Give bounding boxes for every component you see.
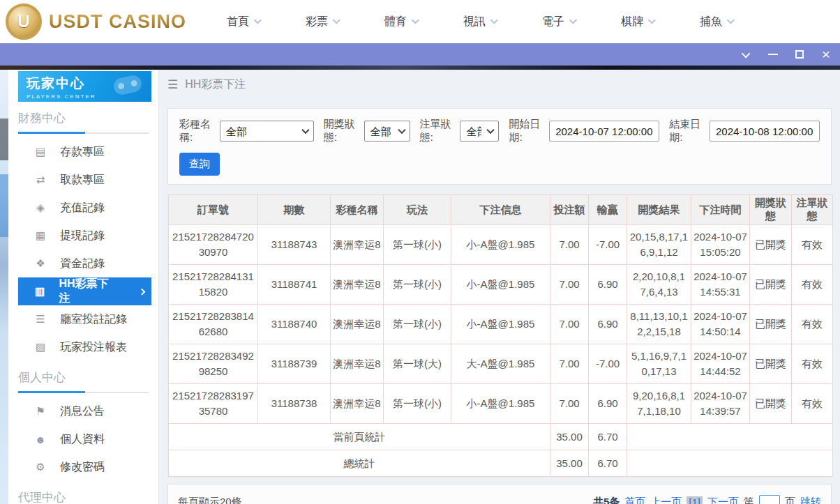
- sidebar-item[interactable]: ▦提現記錄: [18, 222, 151, 250]
- table-cell: 7.00: [550, 225, 589, 265]
- table-header-row: 訂單號期數彩種名稱玩法下注信息投注額輸贏開獎結果下注時間開獎狀態注單狀態: [169, 195, 833, 225]
- table-cell: 6.90: [589, 265, 627, 305]
- sidebar-item[interactable]: ☻個人資料: [18, 425, 151, 453]
- nav-item-7[interactable]: 捕魚: [700, 15, 734, 29]
- nav-item-label: 電子: [542, 15, 564, 29]
- jump-suffix-text: 页: [785, 496, 795, 504]
- order-status-select[interactable]: 全部: [460, 121, 499, 142]
- draw-status-select[interactable]: 全部: [364, 121, 410, 142]
- sidebar-item[interactable]: ▤存款專區: [18, 138, 151, 166]
- funds-record-icon: ❖: [33, 257, 47, 270]
- query-button[interactable]: 查詢: [179, 153, 220, 176]
- table-header-cell: 下注信息: [451, 195, 550, 225]
- sidebar-sections: 財務中心▤存款專區⇄取款專區◈充值記錄▦提現記錄❖資金記錄▥HH彩票下注☰廳室投…: [8, 110, 158, 504]
- sidebar-item[interactable]: ◈充值記錄: [18, 194, 151, 222]
- jump-prefix-text: 第: [744, 496, 754, 504]
- table-header-cell: 注單狀態: [792, 195, 833, 225]
- sidebar-item[interactable]: ▨玩家投注報表: [18, 333, 151, 361]
- nav-item-5[interactable]: 電子: [542, 15, 576, 29]
- first-page-link[interactable]: 首页: [624, 496, 645, 504]
- table-header-cell: 期數: [258, 195, 331, 225]
- table-cell: 第一球(小): [384, 265, 451, 305]
- table-cell: 2,20,10,8,17,6,4,13: [627, 265, 691, 305]
- table-header-cell: 玩法: [384, 195, 451, 225]
- logo-letter: U: [17, 12, 29, 31]
- nav-item-2[interactable]: 彩票: [306, 15, 340, 29]
- table-cell: 已開獎: [750, 384, 792, 424]
- table-cell: 31188739: [258, 344, 331, 384]
- table-cell: 31188743: [258, 225, 331, 265]
- table-cell: 小-A盤@1.985: [451, 265, 550, 305]
- total-count-text: 共5条: [593, 496, 620, 504]
- table-row: 215217282834929825031188739澳洲幸运8第一球(大)大-…: [169, 344, 833, 384]
- sidebar-item-label: 個人資料: [60, 432, 105, 447]
- table-header-cell: 開獎結果: [627, 195, 691, 225]
- window-titlebar: ×: [0, 43, 840, 66]
- sidebar-section-title-1: 財務中心: [18, 110, 149, 134]
- sidebar-item[interactable]: ☰廳室投註記錄: [18, 305, 151, 333]
- sidebar-item[interactable]: ⚑消息公告: [18, 397, 151, 425]
- table-cell: 5,1,16,9,7,10,17,13: [627, 344, 691, 384]
- nav-item-label: 彩票: [306, 15, 328, 29]
- table-cell: 澳洲幸运8: [331, 265, 384, 305]
- summary-bet-total: 35.00: [550, 450, 589, 477]
- nav-item-4[interactable]: 視訊: [463, 15, 497, 29]
- main-nav: 首頁彩票體育視訊電子棋牌捕魚: [227, 15, 734, 29]
- sidebar-item-label: 提現記錄: [60, 229, 105, 243]
- filter-panel: 彩種名稱: 全部 開獎狀態: 全部 注單狀態: 全部: [167, 108, 832, 185]
- nav-item-6[interactable]: 棋牌: [621, 15, 655, 29]
- lottery-name-select-wrap: 全部: [220, 121, 314, 142]
- table-header-cell: 下注時間: [691, 195, 750, 225]
- sidebar: 玩家中心 PLAYERS CENTER 財務中心▤存款專區⇄取款專區◈充值記錄▦…: [8, 70, 159, 504]
- chevron-down-icon[interactable]: [741, 49, 752, 60]
- page-title: HH彩票下注: [185, 77, 246, 92]
- start-date-input[interactable]: [549, 121, 659, 142]
- sidebar-header: 玩家中心 PLAYERS CENTER: [18, 71, 151, 102]
- table-cell: 2024-10-07 14:39:57: [691, 384, 750, 424]
- table-cell: 小-A盤@1.985: [451, 225, 550, 265]
- prev-page-link[interactable]: 上一页: [650, 496, 682, 504]
- sidebar-item[interactable]: ▥HH彩票下注: [18, 277, 151, 305]
- sidebar-item[interactable]: ⇄取款專區: [18, 166, 151, 194]
- jump-page-input[interactable]: [759, 495, 780, 504]
- nav-item-3[interactable]: 體育: [384, 15, 419, 29]
- table-cell: 2024-10-07 14:55:31: [691, 265, 750, 305]
- table-cell: 2024-10-07 14:50:14: [691, 305, 750, 344]
- usdt-logo-icon: U: [6, 3, 42, 40]
- table-cell: 有效: [792, 384, 833, 424]
- table-cell: 31188738: [258, 384, 331, 424]
- site-logo[interactable]: U USDT CASINO: [6, 3, 186, 40]
- next-page-link[interactable]: 下一页: [707, 496, 739, 504]
- lottery-name-select[interactable]: 全部: [220, 121, 314, 142]
- close-icon[interactable]: ×: [820, 49, 832, 60]
- window-controls: ×: [741, 43, 832, 66]
- summary-label: 當前頁統計: [169, 424, 550, 450]
- table-cell: 6.90: [589, 305, 627, 344]
- table-cell: 6.90: [589, 384, 627, 424]
- table-row: 215217282841311582031188741澳洲幸运8第一球(小)小-…: [169, 265, 833, 305]
- end-date-input[interactable]: [710, 121, 820, 142]
- summary-empty: [627, 450, 833, 477]
- sidebar-item[interactable]: ⚙修改密碼: [18, 453, 151, 481]
- page-summary-row: 當前頁統計35.006.70: [169, 424, 833, 450]
- minimize-icon[interactable]: [767, 49, 779, 60]
- hamburger-menu-icon[interactable]: ☰: [167, 77, 178, 92]
- table-cell: 2152172828381462680: [169, 305, 258, 344]
- table-cell: 有效: [792, 225, 833, 265]
- order-status-select-wrap: 全部: [460, 121, 499, 142]
- sidebar-item[interactable]: ❖資金記錄: [18, 250, 151, 277]
- nav-item-1[interactable]: 首頁: [227, 15, 261, 29]
- table-cell: 20,15,8,17,16,9,1,12: [627, 225, 691, 265]
- table-cell: 2024-10-07 14:44:52: [691, 344, 750, 384]
- maximize-icon[interactable]: [794, 49, 805, 60]
- recharge-record-moneybag-icon: ◈: [33, 201, 47, 214]
- table-cell: 已開獎: [750, 265, 792, 305]
- table-row: 215217282847203097031188743澳洲幸运8第一球(小)小-…: [169, 225, 833, 265]
- nav-item-label: 體育: [384, 15, 407, 29]
- jump-button[interactable]: 跳转: [800, 496, 821, 504]
- current-page-indicator[interactable]: [1]: [687, 496, 703, 504]
- table-header-cell: 投注額: [550, 195, 589, 225]
- sidebar-section-title-2: 個人中心: [18, 369, 149, 393]
- summary-bet-total: 35.00: [550, 424, 589, 450]
- table-cell: 澳洲幸运8: [331, 344, 384, 384]
